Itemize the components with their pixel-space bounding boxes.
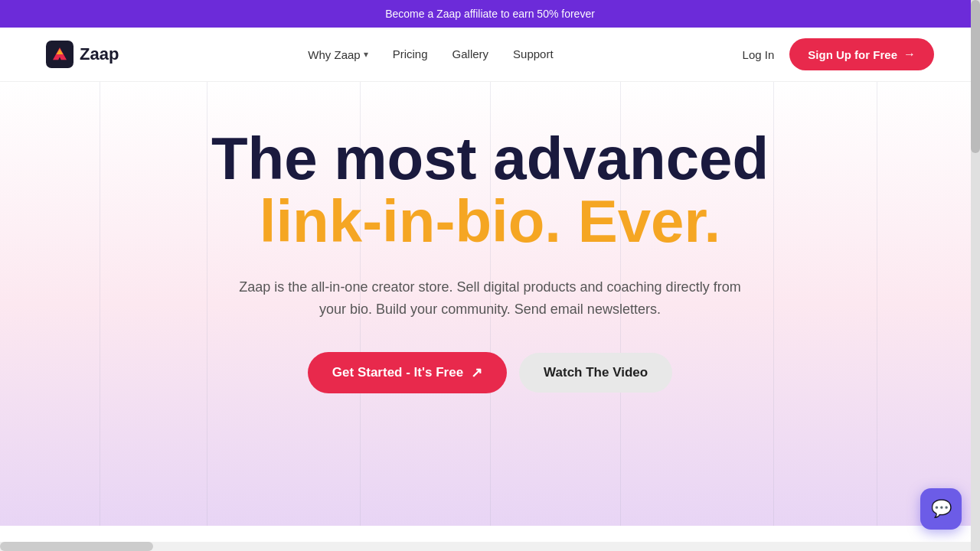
nav-why-zaap-link[interactable]: Why Zaap bbox=[308, 48, 360, 61]
watch-video-button[interactable]: Watch The Video bbox=[519, 353, 672, 393]
hero-title-line1: The most advanced bbox=[211, 128, 769, 191]
get-started-button[interactable]: Get Started - It's Free ↗ bbox=[308, 352, 507, 393]
hero-content: The most advanced link-in-bio. Ever. Zaa… bbox=[211, 128, 769, 393]
signup-button[interactable]: Sign Up for Free → bbox=[789, 38, 934, 70]
banner-text: Become a Zaap affiliate to earn 50% fore… bbox=[385, 8, 595, 20]
hero-heading: The most advanced link-in-bio. Ever. bbox=[211, 128, 769, 253]
nav-item-support[interactable]: Support bbox=[513, 47, 554, 60]
hero-subtitle: Zaap is the all-in-one creator store. Se… bbox=[230, 276, 750, 321]
get-started-label: Get Started - It's Free bbox=[332, 365, 463, 380]
nav-item-gallery[interactable]: Gallery bbox=[452, 47, 489, 60]
chat-widget[interactable]: 💬 bbox=[920, 488, 962, 526]
arrow-icon: → bbox=[903, 47, 916, 61]
nav-item-pricing[interactable]: Pricing bbox=[393, 47, 428, 60]
nav-item-why-zaap[interactable]: Why Zaap ▾ bbox=[308, 48, 368, 61]
top-banner: Become a Zaap affiliate to earn 50% fore… bbox=[0, 0, 980, 28]
nav-auth: Log In Sign Up for Free → bbox=[743, 38, 934, 70]
external-link-icon: ↗ bbox=[471, 364, 482, 381]
login-button[interactable]: Log In bbox=[743, 48, 775, 61]
hero-title-line2: link-in-bio. Ever. bbox=[211, 191, 769, 253]
scrollbar-thumb[interactable] bbox=[971, 0, 980, 153]
hero-cta: Get Started - It's Free ↗ Watch The Vide… bbox=[211, 352, 769, 393]
hero-section: The most advanced link-in-bio. Ever. Zaa… bbox=[0, 82, 980, 526]
logo-text: Zaap bbox=[80, 44, 119, 64]
chat-icon: 💬 bbox=[931, 499, 952, 519]
scrollbar-right[interactable] bbox=[971, 0, 980, 526]
chevron-down-icon: ▾ bbox=[364, 49, 368, 60]
navbar: Zaap Why Zaap ▾ Pricing Gallery Support … bbox=[0, 28, 980, 82]
logo[interactable]: Zaap bbox=[46, 41, 119, 68]
signup-label: Sign Up for Free bbox=[808, 48, 897, 61]
nav-links: Why Zaap ▾ Pricing Gallery Support bbox=[308, 47, 553, 61]
